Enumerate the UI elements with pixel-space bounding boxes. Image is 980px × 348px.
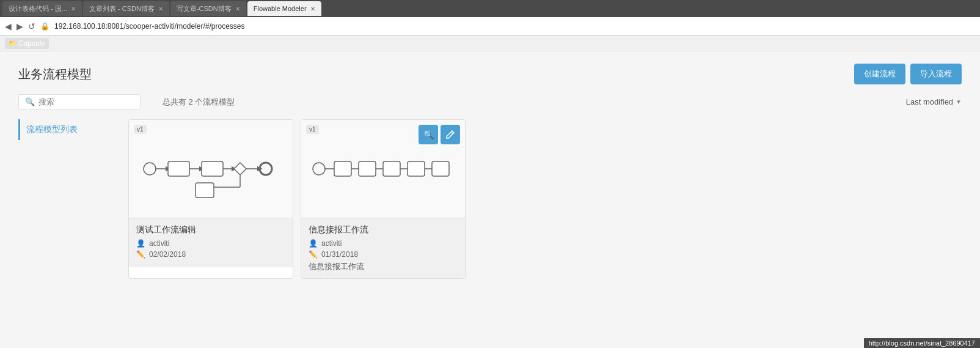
card-meta-author-2: 👤 activiti	[309, 239, 458, 248]
card-meta-date-1: ✏️ 02/02/2018	[136, 250, 285, 259]
tab-3-close[interactable]: ✕	[235, 6, 240, 12]
tab-1-label: 设计表格代码 - 国...	[9, 4, 67, 13]
svg-rect-19	[383, 161, 400, 176]
tab-2-label: 文章列表 - CSDN博客	[89, 4, 155, 13]
status-text: http://blog.csdn.net/sinat_28690417	[869, 339, 975, 345]
bpmn-diagram-2	[310, 144, 456, 193]
reload-button[interactable]: ↺	[28, 21, 35, 31]
tab-2[interactable]: 文章列表 - CSDN博客 ✕	[83, 1, 169, 16]
version-badge-2: v1	[306, 125, 319, 134]
sort-control[interactable]: Last modified ▼	[906, 97, 962, 106]
browser-chrome: 设计表格代码 - 国... ✕ 文章列表 - CSDN博客 ✕ 写文章-CSDN…	[0, 0, 980, 51]
tab-1[interactable]: 设计表格代码 - 国... ✕	[2, 1, 82, 16]
process-card-2: v1 🔍	[301, 119, 466, 279]
card-author-1: activiti	[149, 239, 169, 248]
card-info-2: 信息接报工作流 👤 activiti ✏️ 01/31/2018 信息接报工作流	[301, 218, 465, 278]
header-buttons: 创建流程 导入流程	[854, 64, 962, 84]
tab-4[interactable]: Flowable Modeler ✕	[247, 1, 321, 16]
app-container: 业务流程模型 创建流程 导入流程 🔍 总共有 2 个流程模型 Last modi…	[0, 51, 980, 345]
toolbar-row: 🔍 总共有 2 个流程模型 Last modified ▼	[18, 94, 962, 109]
main-content: 🔍 总共有 2 个流程模型 Last modified ▼ 流程模型列表	[0, 94, 980, 279]
tabs-bar: 设计表格代码 - 国... ✕ 文章列表 - CSDN博客 ✕ 写文章-CSDN…	[0, 0, 980, 17]
bookmark-folder-icon: 📁	[9, 40, 16, 46]
lock-icon: 🔒	[40, 22, 49, 31]
pencil-icon-2: ✏️	[309, 250, 318, 259]
card-date-2: 01/31/2018	[321, 250, 358, 259]
search-input[interactable]	[38, 97, 134, 106]
tab-4-close[interactable]: ✕	[310, 6, 315, 12]
svg-rect-2	[168, 161, 189, 176]
bookmark-label: Capsule	[18, 39, 45, 48]
import-flow-button[interactable]: 导入流程	[910, 64, 962, 84]
card-info-1: 测试工作流编辑 👤 activiti ✏️ 02/02/2018	[129, 218, 293, 267]
pencil-icon-1: ✏️	[136, 250, 145, 259]
process-list: v1	[128, 119, 962, 279]
count-text: 总共有 2 个流程模型	[163, 97, 235, 108]
bookmark-capsule[interactable]: 📁 Capsule	[5, 38, 49, 49]
forward-button[interactable]: ▶	[16, 21, 23, 31]
process-card-1: v1	[128, 119, 293, 279]
version-badge-1: v1	[134, 125, 147, 134]
user-icon-2: 👤	[309, 239, 318, 248]
address-bar: ◀ ▶ ↺ 🔒 192.168.100.18:8081/scooper-acti…	[0, 17, 980, 35]
card-date-1: 02/02/2018	[149, 250, 186, 259]
sidebar-item-process-list[interactable]: 流程模型列表	[18, 119, 116, 140]
card-actions-2: 🔍	[419, 125, 460, 144]
tab-3-label: 写文章-CSDN博客	[177, 4, 232, 13]
page-title: 业务流程模型	[18, 66, 92, 83]
svg-marker-6	[234, 163, 246, 175]
back-button[interactable]: ◀	[5, 21, 12, 31]
card-meta-date-2: ✏️ 01/31/2018	[309, 250, 458, 259]
svg-rect-21	[408, 161, 425, 176]
svg-rect-17	[359, 161, 376, 176]
svg-line-12	[451, 132, 453, 134]
content-area: 流程模型列表 v1	[18, 119, 962, 279]
card-description-2: 信息接报工作流	[309, 261, 458, 272]
app-header: 业务流程模型 创建流程 导入流程	[0, 51, 980, 94]
card-name-2: 信息接报工作流	[309, 224, 458, 235]
status-bar: http://blog.csdn.net/sinat_28690417	[864, 338, 980, 345]
svg-rect-15	[334, 161, 351, 176]
svg-rect-4	[202, 161, 223, 176]
edit-icon	[445, 130, 455, 139]
search-box[interactable]: 🔍	[18, 94, 141, 109]
svg-point-0	[144, 163, 156, 175]
sidebar: 流程模型列表	[18, 119, 128, 279]
search-icon: 🔍	[25, 97, 35, 106]
sort-label: Last modified	[906, 97, 953, 106]
url-display[interactable]: 192.168.100.18:8081/scooper-activiti/mod…	[54, 22, 245, 31]
tab-4-label: Flowable Modeler	[254, 5, 307, 12]
bookmarks-bar: 📁 Capsule	[0, 35, 980, 51]
card-meta-author-1: 👤 activiti	[136, 239, 285, 248]
chevron-down-icon: ▼	[956, 98, 962, 105]
create-flow-button[interactable]: 创建流程	[854, 64, 905, 84]
edit-process-button[interactable]	[441, 125, 460, 144]
view-process-button[interactable]: 🔍	[419, 125, 438, 144]
tab-3[interactable]: 写文章-CSDN博客 ✕	[170, 1, 246, 16]
card-name-1: 测试工作流编辑	[136, 224, 285, 235]
bpmn-diagram-1	[137, 135, 284, 202]
svg-rect-11	[196, 183, 214, 198]
sidebar-item-label: 流程模型列表	[26, 124, 78, 135]
tab-1-close[interactable]: ✕	[71, 6, 76, 12]
card-author-2: activiti	[321, 239, 342, 248]
svg-point-8	[260, 163, 272, 175]
tab-2-close[interactable]: ✕	[158, 6, 163, 12]
svg-rect-23	[432, 161, 449, 176]
svg-point-13	[313, 163, 325, 175]
card-diagram-2: v1 🔍	[301, 120, 465, 218]
user-icon-1: 👤	[136, 239, 145, 248]
card-diagram-1: v1	[129, 120, 293, 218]
